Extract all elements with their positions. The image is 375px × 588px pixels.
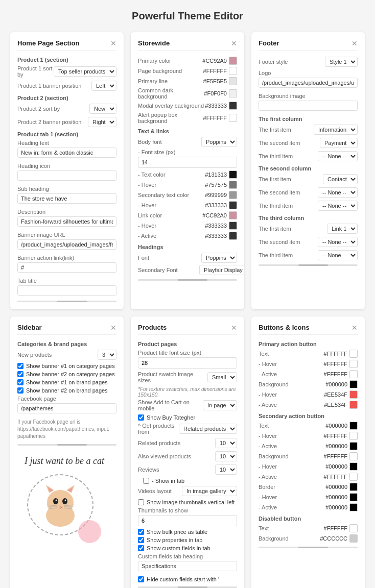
third-col-item1-select[interactable]: Link 1 [327,224,358,234]
show-bulk-checkbox[interactable] [138,529,144,535]
product-font-size-input[interactable] [138,357,237,369]
color-swatch-box[interactable] [229,170,237,179]
color-swatch-box[interactable] [229,57,237,65]
also-viewed-select[interactable]: 10 [215,451,237,461]
third-col-item2-select[interactable]: -- None -- [318,237,358,247]
buttons-icons-close-icon[interactable]: ✕ [351,324,358,331]
banner-url-input[interactable] [17,239,116,250]
color-swatch-box[interactable] [229,77,237,85]
show-in-tab-checkbox[interactable] [143,478,149,484]
show-properties-label: Show properties in tab [147,537,202,543]
add-to-cart-select[interactable]: In page [203,400,237,410]
thumbnails-input[interactable] [138,515,237,526]
color-swatch-box[interactable] [349,503,358,511]
heading-icon-input[interactable] [17,170,116,181]
footer-style-select[interactable]: Style 1 [325,57,358,67]
second-col-item1-select[interactable]: Contact [323,174,358,184]
color-swatch-box[interactable] [349,452,358,460]
buttons-icons-panel: Buttons & Icons ✕ Primary action button … [251,316,365,588]
get-products-select[interactable]: Related products [179,424,237,434]
color-swatch-box[interactable] [349,493,358,501]
custom-heading-input[interactable] [138,561,237,571]
heading-text-input[interactable] [17,148,116,158]
color-swatch-box[interactable] [349,524,358,532]
footer-close-icon[interactable]: ✕ [351,40,358,47]
product1-position-select[interactable]: Left [91,81,116,91]
logo-input[interactable] [259,78,358,88]
color-swatch-box[interactable] [229,232,237,240]
reviews-select[interactable]: 10 [215,464,237,475]
videos-layout-select[interactable]: In image gallery [182,486,237,496]
swatch-select[interactable]: Small [207,372,237,382]
color-swatch-box[interactable] [349,432,358,440]
facebook-label: Facebook page [17,396,116,402]
third-col-item3-select[interactable]: -- None -- [318,250,358,260]
sidebar-checkbox[interactable] [17,379,24,385]
color-swatch-box[interactable] [349,370,358,378]
body-font-select[interactable]: Poppins [201,137,237,147]
buttons-icons-scrollbar [259,547,358,548]
new-products-select[interactable]: 3 [98,350,116,360]
color-swatch-box[interactable] [229,114,237,122]
home-page-close-icon[interactable]: ✕ [110,40,116,47]
product2-sort-select[interactable]: New [89,104,116,114]
color-swatch-box[interactable] [229,222,237,230]
show-thumbnails-checkbox[interactable] [138,499,144,505]
sidebar-checkbox[interactable] [17,371,24,377]
color-swatch-box[interactable] [349,390,358,399]
sidebar-checkbox[interactable] [17,363,24,369]
second-col-item2-select[interactable]: -- None -- [318,187,358,198]
color-swatch-box[interactable] [349,473,358,481]
color-swatch-box[interactable] [349,360,358,368]
body-font-label: Body font [138,139,199,145]
product1-sort-select[interactable]: Top seller products [54,66,116,77]
color-swatch-box[interactable] [229,102,237,110]
hide-custom-checkbox[interactable] [138,576,144,582]
svg-point-6 [53,498,58,504]
first-col-item2-select[interactable]: Payment [320,138,358,148]
facebook-input[interactable] [17,403,116,413]
font-size-input[interactable] [138,157,237,168]
color-swatch-box[interactable] [349,534,358,543]
color-swatch-box[interactable] [229,89,237,97]
show-buy-checkbox[interactable] [138,414,144,421]
color-swatch-box[interactable] [229,211,237,219]
show-custom-checkbox[interactable] [138,545,144,551]
color-swatch-box[interactable] [229,191,237,199]
show-thumbnails-row: Show image thumbnails vertical left [138,499,237,505]
color-row: Common dark background #F0F0F0 [138,87,237,100]
color-field-label: Primary color [138,58,199,64]
color-value: #F0F0F0 [204,89,237,97]
color-swatch-box[interactable] [349,483,358,491]
product2-position-select[interactable]: Right [88,117,116,127]
first-col-item3-select[interactable]: -- None -- [318,151,358,161]
color-swatch-box[interactable] [229,201,237,209]
action-link-input[interactable] [17,262,116,273]
color-swatch-box[interactable] [349,401,358,409]
font-select[interactable]: Poppins [201,253,237,263]
color-swatch-box[interactable] [229,181,237,189]
secondary-font-label: Secondary Font [138,267,199,273]
cat-area: I just want to be a cat [17,451,116,543]
tab-title-input[interactable] [17,285,116,296]
related-select[interactable]: 10 [215,438,237,448]
color-swatch-box[interactable] [349,380,358,388]
product1-section-label: Product 1 (section) [17,57,116,63]
products-close-icon[interactable]: ✕ [231,324,237,331]
description-input[interactable] [17,216,116,227]
color-swatch-box[interactable] [349,350,358,358]
secondary-font-select[interactable]: Playfair Display [199,265,244,275]
bg-image-input[interactable] [259,101,358,111]
second-col-item3-select[interactable]: -- None -- [318,201,358,211]
storewide-close-icon[interactable]: ✕ [231,40,237,47]
color-swatch-box[interactable] [349,462,358,471]
color-swatch-box[interactable] [349,442,358,450]
sidebar-checkbox[interactable] [17,387,24,394]
color-swatch-box[interactable] [229,67,237,75]
color-swatch-box[interactable] [349,422,358,430]
sidebar-close-icon[interactable]: ✕ [110,324,116,331]
first-col-item1-select[interactable]: Information [314,125,358,135]
show-properties-checkbox[interactable] [138,537,144,543]
sub-heading-input[interactable] [17,193,116,204]
secondary-font-row: Secondary Font Playfair Display [138,265,237,275]
